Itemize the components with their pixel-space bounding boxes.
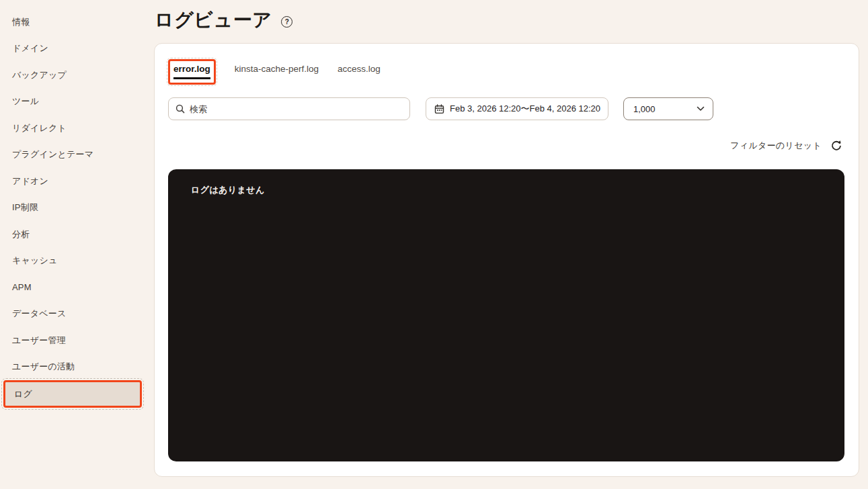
- sidebar-item-database[interactable]: データベース: [0, 301, 151, 328]
- sidebar-item-tools[interactable]: ツール: [0, 89, 151, 116]
- sidebar-item-addons[interactable]: アドオン: [0, 168, 151, 195]
- log-viewer-card: error.log kinsta-cache-perf.log access.l…: [154, 43, 859, 477]
- chevron-down-icon: [697, 106, 705, 112]
- tab-error-log-label: error.log: [173, 64, 210, 79]
- sidebar-item-domains[interactable]: ドメイン: [0, 36, 151, 62]
- page-title: ログビューア: [155, 7, 272, 33]
- sidebar-item-plugins-themes[interactable]: プラグインとテーマ: [0, 142, 151, 169]
- sidebar-item-logs[interactable]: ログ: [3, 380, 142, 408]
- search-icon: [175, 104, 185, 114]
- sidebar: 情報 ドメイン バックアップ ツール リダイレクト プラグインとテーマ アドオン…: [0, 0, 151, 489]
- line-limit-value: 1,000: [633, 104, 656, 114]
- sidebar-item-user-management[interactable]: ユーザー管理: [0, 327, 151, 354]
- tab-access-log[interactable]: access.log: [338, 64, 381, 74]
- calendar-icon: [434, 104, 444, 114]
- log-file-tabs: error.log kinsta-cache-perf.log access.l…: [168, 59, 381, 85]
- sidebar-item-redirects[interactable]: リダイレクト: [0, 115, 151, 142]
- tab-kinsta-cache-perf-log[interactable]: kinsta-cache-perf.log: [235, 64, 319, 74]
- sidebar-item-analytics[interactable]: 分析: [0, 221, 151, 248]
- reset-filters-button[interactable]: フィルターのリセット: [730, 140, 822, 152]
- search-box[interactable]: [168, 97, 410, 120]
- tab-error-log[interactable]: error.log: [168, 59, 216, 85]
- reset-filters-row: フィルターのリセット: [730, 140, 842, 152]
- search-input[interactable]: [190, 104, 403, 114]
- sidebar-item-backups[interactable]: バックアップ: [0, 62, 151, 89]
- sidebar-item-cache[interactable]: キャッシュ: [0, 248, 151, 275]
- sidebar-item-user-activity[interactable]: ユーザーの活動: [0, 354, 151, 381]
- refresh-icon[interactable]: [830, 140, 842, 152]
- sidebar-item-ip-deny[interactable]: IP制限: [0, 195, 151, 222]
- sidebar-item-apm[interactable]: APM: [0, 274, 151, 301]
- log-empty-message: ログはありません: [191, 184, 822, 196]
- sidebar-item-info[interactable]: 情報: [0, 9, 151, 36]
- line-limit-select[interactable]: 1,000: [623, 97, 713, 120]
- date-range-picker[interactable]: Feb 3, 2026 12:20〜Feb 4, 2026 12:20: [426, 97, 608, 120]
- date-range-value: Feb 3, 2026 12:20〜Feb 4, 2026 12:20: [450, 103, 600, 115]
- log-output-panel[interactable]: ログはありません: [168, 169, 844, 461]
- filters-row: Feb 3, 2026 12:20〜Feb 4, 2026 12:20 1,00…: [155, 97, 859, 120]
- help-icon[interactable]: ?: [281, 16, 292, 28]
- page-header: ログビューア ?: [155, 7, 292, 33]
